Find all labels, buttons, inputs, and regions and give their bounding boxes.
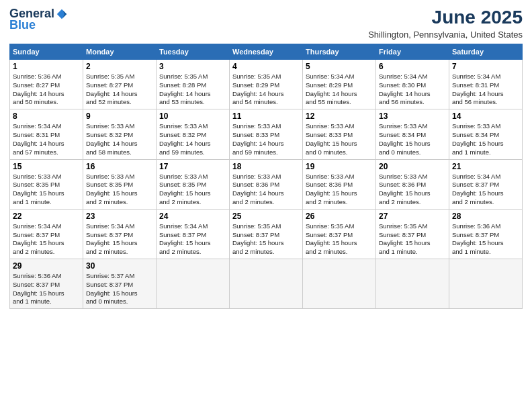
day-info: Sunrise: 5:36 AM Sunset: 8:27 PM Dayligh… bbox=[13, 73, 80, 107]
title-area: June 2025 Shillington, Pennsylvania, Uni… bbox=[368, 7, 523, 40]
day-number: 28 bbox=[452, 212, 519, 221]
calendar-cell: 12Sunrise: 5:33 AM Sunset: 8:33 PM Dayli… bbox=[303, 109, 376, 159]
calendar-cell: 29Sunrise: 5:36 AM Sunset: 8:37 PM Dayli… bbox=[10, 259, 83, 309]
calendar-cell bbox=[230, 259, 303, 309]
calendar-cell: 28Sunrise: 5:36 AM Sunset: 8:37 PM Dayli… bbox=[449, 209, 523, 259]
day-number: 7 bbox=[452, 62, 519, 71]
day-info: Sunrise: 5:33 AM Sunset: 8:35 PM Dayligh… bbox=[13, 173, 80, 207]
day-number: 20 bbox=[379, 162, 446, 171]
header-friday: Friday bbox=[376, 44, 449, 60]
page: General Blue June 2025 Shillington, Penn… bbox=[0, 0, 532, 411]
calendar-cell bbox=[376, 259, 449, 309]
location-title: Shillington, Pennsylvania, United States bbox=[368, 30, 523, 40]
day-info: Sunrise: 5:33 AM Sunset: 8:33 PM Dayligh… bbox=[306, 122, 373, 156]
day-number: 2 bbox=[86, 62, 153, 71]
day-number: 21 bbox=[452, 162, 519, 171]
day-number: 18 bbox=[232, 162, 300, 171]
day-number: 29 bbox=[13, 261, 80, 271]
calendar-cell: 17Sunrise: 5:33 AM Sunset: 8:35 PM Dayli… bbox=[157, 159, 230, 209]
day-number: 3 bbox=[159, 62, 226, 71]
day-number: 8 bbox=[13, 111, 80, 121]
header-thursday: Thursday bbox=[303, 44, 376, 60]
calendar-week-4: 22Sunrise: 5:34 AM Sunset: 8:37 PM Dayli… bbox=[10, 209, 523, 259]
calendar-cell: 2Sunrise: 5:35 AM Sunset: 8:27 PM Daylig… bbox=[83, 60, 157, 109]
header: General Blue June 2025 Shillington, Penn… bbox=[9, 7, 523, 40]
day-info: Sunrise: 5:35 AM Sunset: 8:27 PM Dayligh… bbox=[86, 73, 153, 107]
calendar-cell: 9Sunrise: 5:33 AM Sunset: 8:32 PM Daylig… bbox=[83, 109, 157, 159]
calendar-week-1: 1Sunrise: 5:36 AM Sunset: 8:27 PM Daylig… bbox=[10, 60, 523, 109]
calendar-cell: 23Sunrise: 5:34 AM Sunset: 8:37 PM Dayli… bbox=[83, 209, 157, 259]
day-number: 10 bbox=[159, 111, 226, 121]
day-info: Sunrise: 5:34 AM Sunset: 8:37 PM Dayligh… bbox=[452, 173, 519, 207]
calendar-cell: 18Sunrise: 5:33 AM Sunset: 8:36 PM Dayli… bbox=[230, 159, 303, 209]
calendar-cell: 6Sunrise: 5:34 AM Sunset: 8:30 PM Daylig… bbox=[376, 60, 449, 109]
calendar-cell: 8Sunrise: 5:34 AM Sunset: 8:31 PM Daylig… bbox=[10, 109, 83, 159]
day-info: Sunrise: 5:34 AM Sunset: 8:30 PM Dayligh… bbox=[379, 73, 446, 107]
calendar-week-3: 15Sunrise: 5:33 AM Sunset: 8:35 PM Dayli… bbox=[10, 159, 523, 209]
logo-blue-text: Blue bbox=[9, 18, 36, 32]
calendar-cell: 11Sunrise: 5:33 AM Sunset: 8:33 PM Dayli… bbox=[230, 109, 303, 159]
day-info: Sunrise: 5:33 AM Sunset: 8:36 PM Dayligh… bbox=[306, 173, 373, 207]
calendar-header-row: SundayMondayTuesdayWednesdayThursdayFrid… bbox=[10, 44, 523, 60]
day-info: Sunrise: 5:35 AM Sunset: 8:28 PM Dayligh… bbox=[159, 73, 226, 107]
day-info: Sunrise: 5:33 AM Sunset: 8:36 PM Dayligh… bbox=[379, 173, 446, 207]
day-number: 16 bbox=[86, 162, 153, 171]
calendar-cell: 5Sunrise: 5:34 AM Sunset: 8:29 PM Daylig… bbox=[303, 60, 376, 109]
day-info: Sunrise: 5:34 AM Sunset: 8:31 PM Dayligh… bbox=[13, 122, 80, 156]
calendar-cell: 3Sunrise: 5:35 AM Sunset: 8:28 PM Daylig… bbox=[157, 60, 230, 109]
day-number: 19 bbox=[306, 162, 373, 171]
day-info: Sunrise: 5:35 AM Sunset: 8:29 PM Dayligh… bbox=[232, 73, 300, 107]
day-info: Sunrise: 5:33 AM Sunset: 8:33 PM Dayligh… bbox=[232, 122, 300, 156]
day-number: 9 bbox=[86, 111, 153, 121]
header-saturday: Saturday bbox=[449, 44, 523, 60]
day-info: Sunrise: 5:36 AM Sunset: 8:37 PM Dayligh… bbox=[452, 222, 519, 257]
day-info: Sunrise: 5:33 AM Sunset: 8:35 PM Dayligh… bbox=[159, 173, 226, 207]
calendar-cell: 13Sunrise: 5:33 AM Sunset: 8:34 PM Dayli… bbox=[376, 109, 449, 159]
calendar-cell: 7Sunrise: 5:34 AM Sunset: 8:31 PM Daylig… bbox=[449, 60, 523, 109]
calendar-cell: 1Sunrise: 5:36 AM Sunset: 8:27 PM Daylig… bbox=[10, 60, 83, 109]
calendar-cell: 20Sunrise: 5:33 AM Sunset: 8:36 PM Dayli… bbox=[376, 159, 449, 209]
calendar-cell bbox=[449, 259, 523, 309]
day-info: Sunrise: 5:33 AM Sunset: 8:32 PM Dayligh… bbox=[159, 122, 226, 156]
day-number: 13 bbox=[379, 111, 446, 121]
day-info: Sunrise: 5:34 AM Sunset: 8:37 PM Dayligh… bbox=[159, 222, 226, 257]
day-number: 22 bbox=[13, 212, 80, 221]
day-number: 12 bbox=[306, 111, 373, 121]
day-info: Sunrise: 5:34 AM Sunset: 8:29 PM Dayligh… bbox=[306, 73, 373, 107]
day-number: 27 bbox=[379, 212, 446, 221]
calendar-cell: 24Sunrise: 5:34 AM Sunset: 8:37 PM Dayli… bbox=[157, 209, 230, 259]
day-info: Sunrise: 5:33 AM Sunset: 8:32 PM Dayligh… bbox=[86, 122, 153, 156]
calendar-cell: 14Sunrise: 5:33 AM Sunset: 8:34 PM Dayli… bbox=[449, 109, 523, 159]
header-sunday: Sunday bbox=[10, 44, 83, 60]
day-number: 30 bbox=[86, 261, 153, 271]
calendar-cell: 4Sunrise: 5:35 AM Sunset: 8:29 PM Daylig… bbox=[230, 60, 303, 109]
calendar-cell: 25Sunrise: 5:35 AM Sunset: 8:37 PM Dayli… bbox=[230, 209, 303, 259]
calendar-cell: 10Sunrise: 5:33 AM Sunset: 8:32 PM Dayli… bbox=[157, 109, 230, 159]
day-number: 24 bbox=[159, 212, 226, 221]
logo-icon bbox=[56, 8, 68, 20]
calendar-week-5: 29Sunrise: 5:36 AM Sunset: 8:37 PM Dayli… bbox=[10, 259, 523, 309]
day-info: Sunrise: 5:33 AM Sunset: 8:36 PM Dayligh… bbox=[232, 173, 300, 207]
day-number: 11 bbox=[232, 111, 300, 121]
day-number: 15 bbox=[13, 162, 80, 171]
calendar-cell: 22Sunrise: 5:34 AM Sunset: 8:37 PM Dayli… bbox=[10, 209, 83, 259]
calendar-cell bbox=[303, 259, 376, 309]
day-number: 17 bbox=[159, 162, 226, 171]
day-info: Sunrise: 5:33 AM Sunset: 8:34 PM Dayligh… bbox=[379, 122, 446, 156]
calendar-week-2: 8Sunrise: 5:34 AM Sunset: 8:31 PM Daylig… bbox=[10, 109, 523, 159]
day-number: 26 bbox=[306, 212, 373, 221]
day-number: 1 bbox=[13, 62, 80, 71]
day-info: Sunrise: 5:37 AM Sunset: 8:37 PM Dayligh… bbox=[86, 272, 153, 306]
day-info: Sunrise: 5:35 AM Sunset: 8:37 PM Dayligh… bbox=[379, 222, 446, 257]
calendar-cell: 16Sunrise: 5:33 AM Sunset: 8:35 PM Dayli… bbox=[83, 159, 157, 209]
month-title: June 2025 bbox=[368, 7, 523, 28]
calendar-cell: 21Sunrise: 5:34 AM Sunset: 8:37 PM Dayli… bbox=[449, 159, 523, 209]
calendar-cell: 27Sunrise: 5:35 AM Sunset: 8:37 PM Dayli… bbox=[376, 209, 449, 259]
day-number: 4 bbox=[232, 62, 300, 71]
day-number: 14 bbox=[452, 111, 519, 121]
calendar-cell bbox=[157, 259, 230, 309]
day-info: Sunrise: 5:34 AM Sunset: 8:31 PM Dayligh… bbox=[452, 73, 519, 107]
day-info: Sunrise: 5:35 AM Sunset: 8:37 PM Dayligh… bbox=[232, 222, 300, 257]
day-info: Sunrise: 5:34 AM Sunset: 8:37 PM Dayligh… bbox=[86, 222, 153, 257]
header-tuesday: Tuesday bbox=[157, 44, 230, 60]
